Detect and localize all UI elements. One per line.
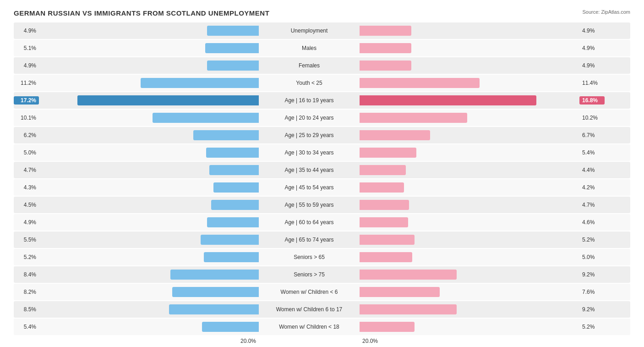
left-value: 4.9% [14, 28, 39, 34]
right-bar [360, 26, 411, 36]
right-bar [360, 304, 457, 314]
bar-row: 8.2% Women w/ Children < 6 7.6% [14, 284, 630, 300]
right-bar-area [360, 61, 579, 71]
left-bar-area [39, 304, 259, 314]
right-bar-area [360, 78, 579, 88]
left-bar [213, 182, 259, 193]
left-bar [201, 235, 259, 245]
chart-container: GERMAN RUSSIAN VS IMMIGRANTS FROM SCOTLA… [14, 9, 630, 347]
left-value: 8.4% [14, 271, 39, 278]
bar-row: 4.9% Age | 60 to 64 years 4.6% [14, 214, 630, 231]
left-bar-area [39, 43, 259, 53]
left-value: 5.1% [14, 45, 39, 51]
left-bar-area [39, 78, 259, 88]
bar-row: 10.1% Age | 20 to 24 years 10.2% [14, 110, 630, 126]
axis-right-label: 20.0% [360, 338, 605, 344]
left-bar-area [39, 270, 259, 280]
bar-row: 5.1% Males 4.9% [14, 40, 630, 56]
chart-body: 4.9% Unemployment 4.9% 5.1% Males 4.9% 4… [14, 22, 630, 335]
left-bar-area [39, 26, 259, 36]
right-bar-area [360, 26, 579, 36]
chart-header: GERMAN RUSSIAN VS IMMIGRANTS FROM SCOTLA… [14, 9, 630, 17]
center-label: Age | 25 to 29 years [259, 132, 360, 138]
right-value: 9.2% [579, 306, 605, 313]
left-bar-area [39, 95, 259, 105]
left-value: 17.2% [14, 96, 39, 105]
bar-row: 8.5% Women w/ Children 6 to 17 9.2% [14, 301, 630, 318]
left-bar-area [39, 182, 259, 193]
right-bar [360, 217, 408, 227]
center-label: Women w/ Children < 6 [259, 289, 360, 295]
right-bar [360, 61, 411, 71]
left-bar-area [39, 113, 259, 123]
center-label: Youth < 25 [259, 80, 360, 86]
left-value: 4.5% [14, 202, 39, 208]
right-bar-area [360, 165, 579, 175]
left-bar-area [39, 252, 259, 262]
left-value: 6.2% [14, 132, 39, 138]
right-bar [360, 322, 415, 332]
right-bar [360, 130, 430, 140]
bar-row: 5.2% Seniors > 65 5.0% [14, 249, 630, 265]
left-bar [211, 200, 259, 210]
right-bar-area [360, 252, 579, 262]
chart-source: Source: ZipAtlas.com [582, 9, 630, 15]
right-value: 10.2% [579, 115, 605, 121]
bar-row: 4.9% Unemployment 4.9% [14, 22, 630, 39]
right-value: 5.2% [579, 237, 605, 243]
left-bar-area [39, 217, 259, 227]
right-bar-area [360, 95, 579, 105]
left-value: 4.9% [14, 219, 39, 226]
right-bar [360, 270, 457, 280]
right-value: 11.4% [579, 80, 605, 86]
center-label: Females [259, 62, 360, 69]
right-bar-area [360, 287, 579, 297]
right-value: 5.2% [579, 324, 605, 330]
right-value: 16.8% [579, 96, 605, 105]
center-label: Age | 60 to 64 years [259, 219, 360, 226]
center-label: Age | 55 to 59 years [259, 202, 360, 208]
right-bar [360, 113, 467, 123]
center-label: Seniors > 65 [259, 254, 360, 260]
chart-title: GERMAN RUSSIAN VS IMMIGRANTS FROM SCOTLA… [14, 9, 269, 17]
right-value: 4.9% [579, 28, 605, 34]
right-value: 4.9% [579, 62, 605, 69]
left-bar [193, 130, 259, 140]
left-value: 5.4% [14, 324, 39, 330]
right-bar [360, 200, 409, 210]
right-bar-area [360, 217, 579, 227]
left-bar [204, 252, 259, 262]
right-value: 4.9% [579, 45, 605, 51]
bar-row: 6.2% Age | 25 to 29 years 6.7% [14, 127, 630, 143]
center-label: Age | 16 to 19 years [259, 97, 360, 104]
center-label: Age | 20 to 24 years [259, 115, 360, 121]
right-bar-area [360, 130, 579, 140]
bar-row: 4.3% Age | 45 to 54 years 4.2% [14, 179, 630, 196]
left-bar [205, 43, 259, 53]
right-value: 4.6% [579, 219, 605, 226]
right-bar [360, 148, 416, 158]
left-bar [169, 304, 259, 314]
right-value: 5.0% [579, 254, 605, 260]
left-bar-area [39, 148, 259, 158]
left-value: 8.5% [14, 306, 39, 313]
bar-row: 5.0% Age | 30 to 34 years 5.4% [14, 144, 630, 161]
right-bar-area [360, 235, 579, 245]
left-bar-area [39, 165, 259, 175]
left-bar [153, 113, 259, 123]
left-value: 4.9% [14, 62, 39, 69]
right-value: 5.4% [579, 149, 605, 156]
left-bar-area [39, 322, 259, 332]
left-value: 4.7% [14, 167, 39, 173]
left-bar [207, 217, 259, 227]
center-label: Age | 45 to 54 years [259, 184, 360, 191]
left-value: 5.0% [14, 149, 39, 156]
left-bar [207, 26, 259, 36]
right-bar [360, 182, 404, 193]
right-value: 4.7% [579, 202, 605, 208]
left-bar-area [39, 235, 259, 245]
right-bar [360, 43, 411, 53]
right-value: 6.7% [579, 132, 605, 138]
center-label: Women w/ Children < 18 [259, 324, 360, 330]
right-bar-area [360, 182, 579, 193]
